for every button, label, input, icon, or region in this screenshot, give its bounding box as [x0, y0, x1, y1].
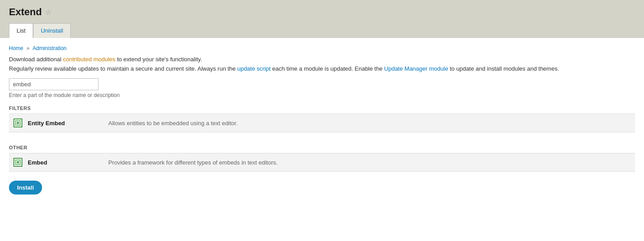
info-line2-middle: each time a module is updated. Enable th…	[271, 65, 384, 72]
tab-list[interactable]: List	[9, 23, 33, 38]
search-input[interactable]	[9, 78, 98, 90]
info-line-1: Download additional contributed modules …	[9, 56, 635, 63]
module-name-entity-embed: Entity Embed	[28, 120, 108, 127]
info-line1-before: Download additional	[9, 56, 63, 63]
table-row: Entity Embed Allows entities to be embed…	[9, 114, 635, 132]
filters-section-label: FILTERS	[9, 106, 635, 111]
breadcrumb-home[interactable]: Home	[9, 45, 23, 51]
module-desc-entity-embed: Allows entities to be embedded using a t…	[108, 120, 238, 127]
install-button[interactable]: Install	[9, 181, 42, 194]
tab-uninstall[interactable]: Uninstall	[33, 23, 71, 38]
breadcrumb-admin[interactable]: Administration	[33, 45, 67, 51]
update-script-link[interactable]: update script	[237, 65, 270, 72]
search-hint: Enter a part of the module name or descr…	[9, 92, 635, 98]
breadcrumb-separator: »	[26, 45, 30, 51]
tabs: List Uninstall	[9, 23, 635, 38]
info-line2-after: to update and install modules and themes…	[448, 65, 559, 72]
info-line2-before: Regularly review available updates to ma…	[9, 65, 237, 72]
module-name-embed: Embed	[28, 159, 108, 166]
module-desc-embed: Provides a framework for different types…	[108, 159, 277, 166]
breadcrumb: Home » Administration	[9, 45, 635, 51]
page-title: Extend	[9, 6, 42, 18]
contributed-modules-link[interactable]: contributed modules	[63, 56, 115, 63]
table-row: Embed Provides a framework for different…	[9, 153, 635, 172]
module-icon-entity-embed	[13, 118, 22, 127]
info-line1-after: to extend your site's functionality.	[115, 56, 202, 63]
star-icon[interactable]: ☆	[45, 8, 51, 17]
module-icon-embed	[13, 158, 22, 167]
update-manager-link[interactable]: Update Manager module	[384, 65, 448, 72]
info-line-2: Regularly review available updates to ma…	[9, 65, 635, 72]
other-section-label: OTHER	[9, 145, 635, 150]
